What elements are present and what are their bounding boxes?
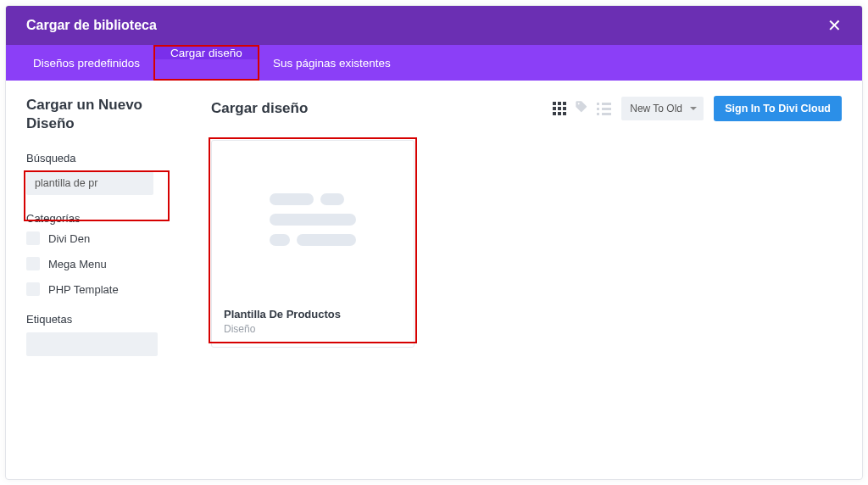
checkbox-icon[interactable] (26, 257, 40, 270)
modal-header: Cargar de biblioteca ✕ (6, 6, 862, 45)
tag-view-icon[interactable] (575, 100, 588, 117)
categories-section: Categorías Divi Den Mega Menu PHP Templa… (26, 212, 187, 296)
tags-section: Etiquetas (26, 313, 187, 356)
main-controls: New To Old Sign In To Divi Cloud (553, 96, 842, 121)
view-mode-icons (553, 100, 611, 117)
main-title: Cargar diseño (211, 100, 308, 117)
card-preview (212, 141, 414, 298)
tab-existing-pages[interactable]: Sus páginas existentes (258, 45, 406, 81)
sidebar-title: Cargar un Nuevo Diseño (26, 96, 187, 133)
tags-label: Etiquetas (26, 313, 187, 326)
card-name: Plantilla De Productos (224, 308, 402, 321)
search-label: Búsqueda (26, 152, 187, 164)
main-area: Cargar diseño (211, 96, 842, 464)
category-label: Mega Menu (48, 258, 107, 270)
tab-predefined-layouts[interactable]: Diseños predefinidos (18, 45, 155, 81)
tags-input[interactable] (26, 332, 158, 356)
card-footer: Plantilla De Productos Diseño (212, 298, 414, 347)
load-library-modal: Cargar de biblioteca ✕ Diseños predefini… (5, 5, 863, 480)
list-view-icon[interactable] (597, 103, 611, 115)
signin-button[interactable]: Sign In To Divi Cloud (714, 96, 842, 121)
search-input[interactable] (26, 171, 153, 195)
layout-card-wrap: Plantilla De Productos Diseño (211, 140, 415, 348)
tabs-bar: Diseños predefinidos Cargar diseño Sus p… (6, 45, 862, 81)
sort-select[interactable]: New To Old (621, 97, 704, 120)
checkbox-icon[interactable] (26, 231, 40, 245)
category-item[interactable]: Mega Menu (26, 257, 187, 270)
categories-label: Categorías (26, 212, 187, 225)
modal-body: Cargar un Nuevo Diseño Búsqueda Categorí… (6, 81, 862, 479)
category-item[interactable]: Divi Den (26, 231, 187, 245)
category-label: PHP Template (48, 283, 119, 296)
main-toolbar: Cargar diseño (211, 96, 842, 121)
search-section: Búsqueda (26, 152, 187, 195)
close-button[interactable]: ✕ (827, 17, 842, 34)
modal-title: Cargar de biblioteca (26, 18, 157, 33)
category-label: Divi Den (48, 232, 90, 245)
card-type: Diseño (224, 323, 402, 335)
tab-load-layout[interactable]: Cargar diseño (155, 47, 258, 59)
layout-card[interactable]: Plantilla De Productos Diseño (211, 140, 415, 348)
sidebar: Cargar un Nuevo Diseño Búsqueda Categorí… (26, 96, 187, 464)
category-item[interactable]: PHP Template (26, 282, 187, 296)
grid-view-icon[interactable] (553, 102, 566, 115)
checkbox-icon[interactable] (26, 282, 40, 296)
